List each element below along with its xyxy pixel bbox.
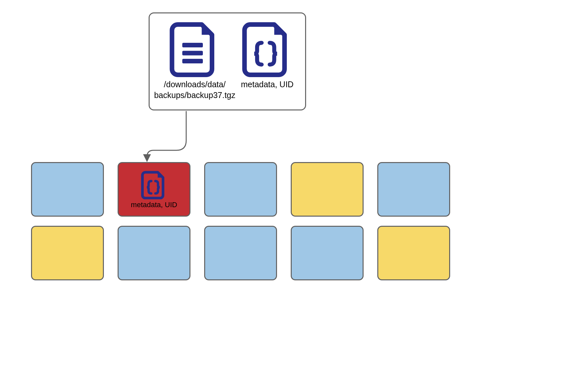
node bbox=[291, 226, 364, 280]
node bbox=[204, 162, 277, 217]
svg-rect-2 bbox=[182, 59, 203, 63]
file-braces-icon bbox=[239, 20, 296, 77]
svg-rect-0 bbox=[182, 43, 203, 47]
file-braces-icon bbox=[139, 170, 169, 199]
node bbox=[291, 162, 364, 217]
node bbox=[204, 226, 277, 280]
file-metadata-block: metadata, UID bbox=[235, 20, 300, 90]
node bbox=[31, 162, 104, 217]
arrow-callout-to-node bbox=[137, 110, 203, 165]
file-text-block: /downloads/data/ backups/backup37.tgz bbox=[155, 20, 235, 100]
file-path-line2: backups/backup37.tgz bbox=[154, 91, 236, 100]
node bbox=[377, 162, 450, 217]
grid-row bbox=[31, 226, 452, 280]
metadata-caption: metadata, UID bbox=[241, 79, 293, 90]
node bbox=[377, 226, 450, 280]
node-target: metadata, UID bbox=[118, 162, 190, 217]
node bbox=[118, 226, 190, 280]
file-path-line1: /downloads/data/ bbox=[164, 80, 226, 89]
node-grid: metadata, UID bbox=[31, 162, 452, 289]
callout-box: /downloads/data/ backups/backup37.tgz me… bbox=[149, 12, 306, 110]
grid-row: metadata, UID bbox=[31, 162, 452, 217]
node bbox=[31, 226, 104, 280]
file-text-icon bbox=[166, 20, 223, 77]
file-path-caption: /downloads/data/ backups/backup37.tgz bbox=[154, 79, 236, 100]
node-target-label: metadata, UID bbox=[131, 201, 177, 209]
svg-rect-1 bbox=[182, 51, 203, 56]
